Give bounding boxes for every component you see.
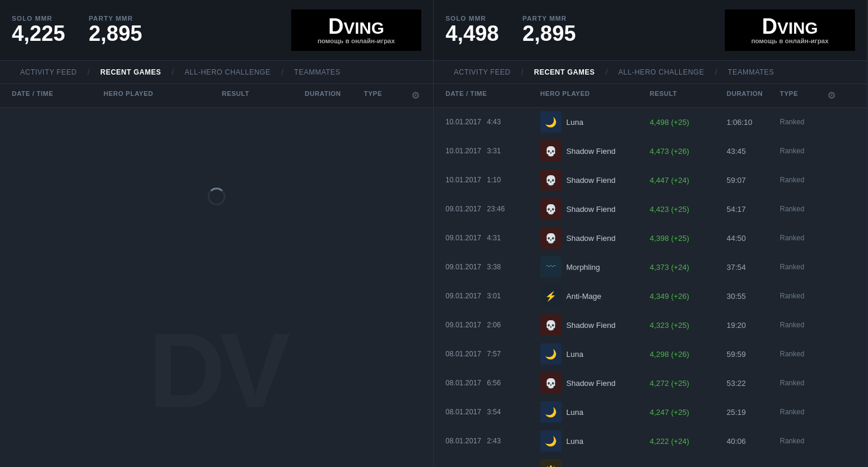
hero-name: Morphling bbox=[566, 263, 600, 272]
row-date: 10.01.2017 3:31 bbox=[446, 147, 540, 155]
right-nav-recent[interactable]: RECENT GAMES bbox=[526, 61, 604, 83]
row-date: 10.01.2017 1:10 bbox=[446, 176, 540, 184]
row-duration: 25:19 bbox=[727, 408, 780, 417]
left-party-mmr: PARTY MMR 2,895 bbox=[89, 15, 142, 46]
row-duration: 59:59 bbox=[727, 350, 780, 359]
hero-name: Shadow Fiend bbox=[566, 176, 615, 185]
right-mmr-section: SOLO MMR 4,498 PARTY MMR 2,895 bbox=[446, 15, 576, 46]
left-nav: ACTIVITY FEED / RECENT GAMES / ALL-HERO … bbox=[0, 61, 433, 84]
row-duration: 19:20 bbox=[727, 321, 780, 330]
row-hero-cell: 🌙 Luna bbox=[540, 430, 650, 452]
hero-icon: 〰 bbox=[540, 256, 562, 278]
row-result: 4,447 (+24) bbox=[650, 176, 727, 185]
table-row[interactable]: 09.01.2017 4:31 💀 Shadow Fiend 4,398 (+2… bbox=[434, 224, 867, 253]
right-col-hero: HERO PLAYED bbox=[540, 90, 650, 101]
row-hero-cell: 💀 Shadow Fiend bbox=[540, 372, 650, 394]
hero-name: Shadow Fiend bbox=[566, 321, 615, 330]
row-hero-cell: 💀 Shadow Fiend bbox=[540, 140, 650, 162]
left-loading bbox=[0, 108, 433, 285]
left-table-area: DATE / TIME HERO PLAYED RESULT DURATION … bbox=[0, 84, 433, 467]
left-logo-sub: помощь в онлайн-играх bbox=[318, 37, 395, 44]
hero-name: Shadow Fiend bbox=[566, 379, 615, 388]
row-duration: 1:06:10 bbox=[727, 118, 780, 127]
row-type: Ranked bbox=[780, 234, 827, 242]
settings-icon[interactable]: ⚙ bbox=[411, 90, 429, 101]
table-row[interactable]: 10.01.2017 4:43 🌙 Luna 4,498 (+25) 1:06:… bbox=[434, 108, 867, 137]
hero-icon: 🌙 bbox=[540, 401, 562, 423]
left-panel: SOLO MMR 4,225 PARTY MMR 2,895 DVING пом… bbox=[0, 0, 434, 467]
table-row[interactable]: 09.01.2017 3:01 ⚡ Anti-Mage 4,349 (+26) … bbox=[434, 282, 867, 311]
right-panel: SOLO MMR 4,498 PARTY MMR 2,895 DVING пом… bbox=[434, 0, 867, 467]
table-row[interactable]: 07.01.2017 22:48 🌟 Invoker 4,198 (-26) 3… bbox=[434, 456, 867, 467]
table-row[interactable]: 09.01.2017 23:46 💀 Shadow Fiend 4,423 (+… bbox=[434, 195, 867, 224]
row-hero-cell: 🌙 Luna bbox=[540, 343, 650, 365]
left-solo-mmr-value: 4,225 bbox=[12, 22, 65, 46]
right-nav-teammates[interactable]: TEAMMATES bbox=[719, 61, 782, 83]
row-result: 4,373 (+24) bbox=[650, 263, 727, 272]
right-col-duration: DURATION bbox=[727, 90, 780, 101]
left-nav-allhero[interactable]: ALL-HERO CHALLENGE bbox=[176, 61, 279, 83]
row-result: 4,473 (+26) bbox=[650, 147, 727, 156]
table-row[interactable]: 08.01.2017 6:56 💀 Shadow Fiend 4,272 (+2… bbox=[434, 369, 867, 398]
row-result: 4,323 (+25) bbox=[650, 321, 727, 330]
left-nav-recent[interactable]: RECENT GAMES bbox=[92, 61, 170, 83]
row-hero-cell: 🌙 Luna bbox=[540, 401, 650, 423]
row-date: 08.01.2017 3:54 bbox=[446, 408, 540, 416]
left-nav-activity[interactable]: ACTIVITY FEED bbox=[12, 61, 85, 83]
hero-icon: 💀 bbox=[540, 227, 562, 249]
row-hero-cell: 💀 Shadow Fiend bbox=[540, 314, 650, 336]
right-table-rows: 10.01.2017 4:43 🌙 Luna 4,498 (+25) 1:06:… bbox=[434, 108, 867, 467]
row-result: 4,423 (+25) bbox=[650, 205, 727, 214]
table-row[interactable]: 09.01.2017 3:38 〰 Morphling 4,373 (+24) … bbox=[434, 253, 867, 282]
table-row[interactable]: 08.01.2017 3:54 🌙 Luna 4,247 (+25) 25:19… bbox=[434, 398, 867, 427]
row-result: 4,498 (+25) bbox=[650, 118, 727, 127]
table-row[interactable]: 10.01.2017 3:31 💀 Shadow Fiend 4,473 (+2… bbox=[434, 137, 867, 166]
row-date: 08.01.2017 7:57 bbox=[446, 350, 540, 358]
left-logo: DVING помощь в онлайн-играх bbox=[291, 9, 421, 51]
row-result: 4,298 (+26) bbox=[650, 350, 727, 359]
row-type: Ranked bbox=[780, 321, 827, 329]
table-row[interactable]: 08.01.2017 2:43 🌙 Luna 4,222 (+24) 40:06… bbox=[434, 427, 867, 456]
row-duration: 53:22 bbox=[727, 379, 780, 388]
right-col-type: TYPE bbox=[780, 90, 827, 101]
hero-icon: 💀 bbox=[540, 140, 562, 162]
row-result: 4,247 (+25) bbox=[650, 408, 727, 417]
table-row[interactable]: 10.01.2017 1:10 💀 Shadow Fiend 4,447 (+2… bbox=[434, 166, 867, 195]
right-logo: DVING помощь в онлайн-играх bbox=[725, 9, 855, 51]
row-type: Ranked bbox=[780, 205, 827, 213]
row-duration: 43:45 bbox=[727, 147, 780, 156]
row-date: 10.01.2017 4:43 bbox=[446, 118, 540, 126]
row-duration: 37:54 bbox=[727, 263, 780, 272]
table-row[interactable]: 09.01.2017 2:06 💀 Shadow Fiend 4,323 (+2… bbox=[434, 311, 867, 340]
row-type: Ranked bbox=[780, 292, 827, 300]
row-hero-cell: 💀 Shadow Fiend bbox=[540, 169, 650, 191]
left-table-header: DATE / TIME HERO PLAYED RESULT DURATION … bbox=[0, 84, 433, 108]
hero-icon: 💀 bbox=[540, 169, 562, 191]
left-nav-teammates[interactable]: TEAMMATES bbox=[286, 61, 349, 83]
hero-icon: 💀 bbox=[540, 372, 562, 394]
hero-icon: ⚡ bbox=[540, 285, 562, 307]
row-duration: 44:50 bbox=[727, 234, 780, 243]
right-party-mmr: PARTY MMR 2,895 bbox=[522, 15, 576, 46]
right-settings-icon[interactable]: ⚙ bbox=[827, 90, 845, 101]
row-duration: 59:07 bbox=[727, 176, 780, 185]
loading-spinner bbox=[208, 188, 225, 205]
row-result: 4,398 (+25) bbox=[650, 234, 727, 243]
row-type: Ranked bbox=[780, 350, 827, 358]
right-col-result: RESULT bbox=[650, 90, 727, 101]
right-logo-sub: помощь в онлайн-играх bbox=[751, 37, 829, 44]
hero-name: Luna bbox=[566, 408, 583, 417]
left-mmr-section: SOLO MMR 4,225 PARTY MMR 2,895 bbox=[12, 15, 142, 46]
left-logo-text: DVING bbox=[328, 16, 384, 37]
right-nav-activity[interactable]: ACTIVITY FEED bbox=[446, 61, 519, 83]
hero-icon: 🌙 bbox=[540, 430, 562, 452]
row-type: Ranked bbox=[780, 176, 827, 184]
row-date: 09.01.2017 2:06 bbox=[446, 321, 540, 329]
table-row[interactable]: 08.01.2017 7:57 🌙 Luna 4,298 (+26) 59:59… bbox=[434, 340, 867, 369]
row-date: 08.01.2017 6:56 bbox=[446, 379, 540, 387]
hero-icon: 💀 bbox=[540, 314, 562, 336]
row-hero-cell: 🌙 Luna bbox=[540, 111, 650, 133]
row-date: 09.01.2017 3:01 bbox=[446, 292, 540, 300]
right-nav-allhero[interactable]: ALL-HERO CHALLENGE bbox=[610, 61, 712, 83]
row-result: 4,272 (+25) bbox=[650, 379, 727, 388]
